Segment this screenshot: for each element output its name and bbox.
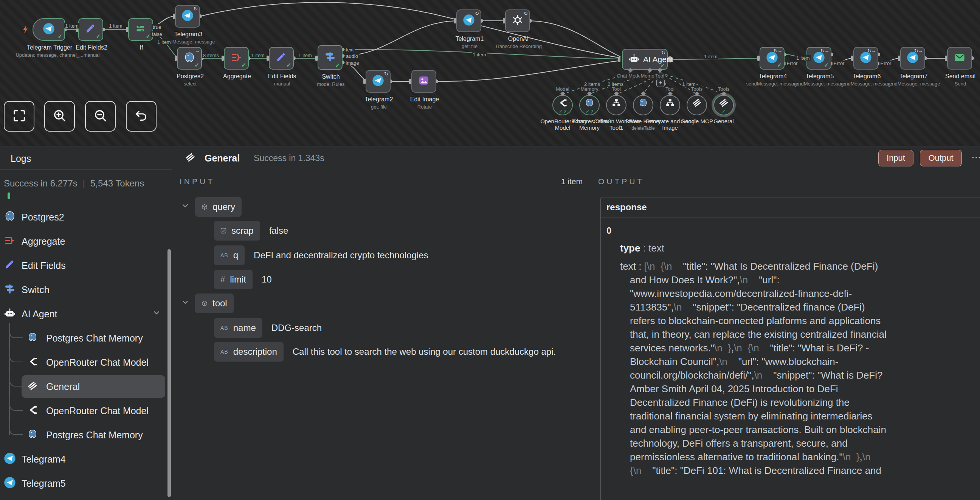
- node-label: If: [100, 44, 183, 51]
- node-telegram-trigger[interactable]: ✓Telegram TriggerUpdates: message, chann…: [32, 18, 65, 41]
- node-edit-image[interactable]: Edit ImageRotate: [411, 70, 436, 93]
- key-pill-limit[interactable]: #limit: [214, 270, 253, 289]
- subnode-delete-history[interactable]: [633, 95, 653, 115]
- key-pill-description[interactable]: ABdescription: [214, 342, 283, 361]
- edge-label: 1 item: [297, 53, 313, 58]
- postgres-icon: [27, 429, 38, 441]
- logs-item-label: Aggregate: [22, 236, 65, 247]
- success-check-icon: ✓: [777, 62, 782, 68]
- telegram-icon: [463, 14, 475, 28]
- key-label: tool: [213, 298, 227, 309]
- node-postgres2[interactable]: →✓Postgres2select: [177, 47, 202, 70]
- node-ai-agent[interactable]: AI Agent↻✓: [622, 49, 668, 70]
- edge-label: 1 item: [108, 23, 123, 29]
- success-check-icon: ✓: [95, 33, 100, 40]
- run-status-tick: [8, 193, 10, 199]
- key-pill-scrap[interactable]: scrap: [214, 221, 260, 240]
- logs-item-switch[interactable]: Switch: [0, 281, 172, 299]
- lightning-bolt-icon: [21, 25, 30, 35]
- logs-item-aggregate[interactable]: Aggregate: [0, 232, 172, 250]
- chevron-down-icon[interactable]: [153, 310, 159, 318]
- success-check-icon: ✓: [335, 62, 340, 69]
- logs-item-label: Postgres Chat Memory: [46, 430, 143, 441]
- key-pill-q[interactable]: ABq: [214, 245, 245, 265]
- add-tool-button[interactable]: +: [656, 79, 665, 87]
- edge-label: 1 item: [795, 55, 811, 61]
- node-telegram3[interactable]: ↻Telegram3sendMessage: message: [175, 5, 200, 28]
- subnode-general[interactable]: ✓: [713, 95, 734, 115]
- subnode-call-n8n-workflow-tool1[interactable]: [606, 95, 627, 115]
- key-label: q: [233, 250, 238, 261]
- edge-label: Error: [880, 61, 892, 66]
- node-badge-icon: ↻: [194, 6, 197, 12]
- subnode-label: General: [688, 118, 760, 124]
- logs-item-label: OpenRouter Chat Model: [46, 357, 149, 368]
- openrouter-icon: [27, 356, 38, 368]
- node-send-email[interactable]: Send emailSend: [947, 47, 972, 70]
- subnode-connector-label: Tools: [690, 86, 704, 92]
- subnode-postgres-chat-memory-1[interactable]: ✓ 2: [579, 95, 600, 115]
- more-options-icon[interactable]: ⋯: [971, 152, 980, 163]
- edge-label: audio: [345, 53, 359, 59]
- response-key[interactable]: response: [601, 197, 980, 218]
- success-check-icon: ✓: [824, 62, 829, 68]
- node-telegram2[interactable]: ↻Telegram2get: file: [366, 70, 391, 93]
- subnode-openrouter-chat-model-1[interactable]: ✓ 2: [552, 95, 573, 115]
- workflow-icon: [665, 98, 675, 109]
- input-toggle-button[interactable]: Input: [878, 150, 913, 166]
- logs-item-label: Postgres2: [22, 212, 64, 223]
- edge-label: 1 item: [471, 52, 487, 57]
- logs-item-label: AI Agent: [22, 309, 57, 320]
- workflow-icon: [611, 98, 621, 109]
- selected-node-title: General: [205, 153, 240, 163]
- chevron-down-icon[interactable]: [182, 203, 188, 211]
- logs-item-telegram4[interactable]: Telegram4: [0, 450, 172, 468]
- chevron-down-icon[interactable]: [182, 299, 188, 307]
- logs-item-general[interactable]: General: [0, 377, 172, 396]
- logs-item-openrouter-chat-model[interactable]: OpenRouter Chat Model: [0, 353, 172, 371]
- logs-item-postgres-chat-memory[interactable]: Postgres Chat Memory: [0, 329, 172, 347]
- aggregate-icon: [230, 51, 242, 65]
- node-edit-fields2[interactable]: ✓Edit Fields2manual: [78, 18, 103, 41]
- value-description: Call this tool to search the web using o…: [293, 346, 556, 357]
- node-openai[interactable]: ↻OpenAITranscribe Recording: [505, 10, 530, 32]
- output-toggle-button[interactable]: Output: [920, 150, 962, 166]
- node-edit-fields[interactable]: ✓Edit Fieldsmanual: [269, 47, 294, 70]
- telegram-icon: [372, 75, 384, 88]
- node-aggregate[interactable]: ✓Aggregate: [224, 47, 249, 70]
- key-pill-name[interactable]: ABname: [214, 318, 262, 338]
- key-pill-tool[interactable]: tool: [195, 293, 234, 313]
- input-row-q: ABqDeFI and decentralized crypto technol…: [214, 245, 428, 265]
- logs-item-openrouter-chat-model[interactable]: OpenRouter Chat Model: [0, 402, 172, 420]
- zoom-in-button[interactable]: [44, 101, 75, 132]
- logs-item-postgres-chat-memory[interactable]: Postgres Chat Memory: [0, 426, 172, 444]
- subnode-google-mcp[interactable]: [687, 95, 707, 115]
- logs-item-telegram5[interactable]: Telegram5: [0, 474, 172, 492]
- node-telegram1[interactable]: ↻Telegram1get: file: [457, 10, 481, 32]
- node-badge-icon: ↻→: [867, 48, 876, 54]
- run-summary[interactable]: Success in 6.277s|5,543 Tokens: [4, 178, 144, 189]
- logs-item-label: General: [46, 381, 80, 392]
- filter-icon: [135, 23, 147, 36]
- logs-item-edit-fields[interactable]: Edit Fields: [0, 256, 172, 275]
- key-pill-query[interactable]: query: [195, 197, 242, 217]
- field-type-key: type: [620, 242, 640, 254]
- node-telegram7[interactable]: ↻→Telegram7sendMessage: message: [900, 47, 925, 70]
- subnode-generate-and-send-image[interactable]: [660, 95, 680, 115]
- zoom-out-button[interactable]: [85, 101, 116, 132]
- fit-view-button[interactable]: [4, 101, 34, 132]
- node-telegram4[interactable]: ↻→✓Telegram4sendMessage: message: [760, 47, 784, 70]
- checkbox-icon: [220, 228, 226, 234]
- workflow-canvas[interactable]: ✓Telegram TriggerUpdates: message, chann…: [0, 0, 980, 146]
- sidebar-scrollbar[interactable]: [167, 249, 171, 497]
- node-switch[interactable]: ✓Switchmode: Rules: [318, 45, 342, 70]
- tools-icon: [719, 98, 729, 109]
- logs-item-postgres2[interactable]: Postgres2: [0, 208, 172, 226]
- node-label: OpenAITranscribe Recording: [477, 35, 560, 49]
- undo-button[interactable]: [126, 101, 156, 132]
- node-telegram6[interactable]: ↻→Telegram6sendMessage: message: [853, 47, 878, 70]
- logs-item-ai-agent[interactable]: AI Agent: [0, 305, 172, 323]
- switch-icon: [4, 283, 16, 296]
- zoom-in-icon: [52, 108, 67, 124]
- node-badge-icon: ↻: [475, 11, 479, 16]
